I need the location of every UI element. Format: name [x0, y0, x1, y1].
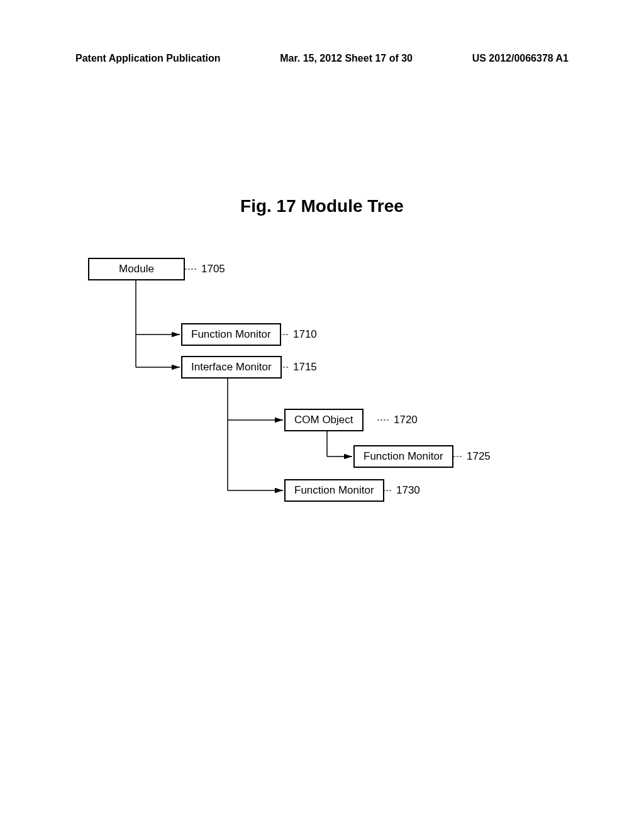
ref-1730: 1730	[396, 484, 420, 497]
ref-1710: 1710	[293, 328, 317, 341]
box-com-object-label: COM Object	[294, 414, 353, 426]
box-function-monitor-2-label: Function Monitor	[364, 450, 443, 462]
page-header: Patent Application Publication Mar. 15, …	[75, 53, 569, 64]
box-interface-monitor-label: Interface Monitor	[191, 361, 272, 373]
box-module-label: Module	[119, 263, 154, 275]
ref-1720: 1720	[394, 414, 418, 426]
ref-1705: 1705	[201, 263, 225, 275]
box-function-monitor-1-label: Function Monitor	[191, 328, 271, 340]
header-center: Mar. 15, 2012 Sheet 17 of 30	[280, 53, 413, 64]
header-left: Patent Application Publication	[75, 53, 221, 64]
box-function-monitor-1: Function Monitor	[181, 323, 281, 346]
box-function-monitor-3-label: Function Monitor	[294, 484, 374, 496]
header-right: US 2012/0066378 A1	[472, 53, 569, 64]
ref-1725: 1725	[467, 450, 491, 463]
box-function-monitor-2: Function Monitor	[353, 445, 453, 468]
box-function-monitor-3: Function Monitor	[284, 479, 384, 502]
box-com-object: COM Object	[284, 409, 364, 431]
figure-title: Fig. 17 Module Tree	[0, 196, 644, 216]
box-module: Module	[88, 258, 185, 280]
box-interface-monitor: Interface Monitor	[181, 356, 282, 379]
module-tree-diagram: Module 1705 Function Monitor 1710 Interf…	[0, 258, 644, 572]
ref-1715: 1715	[293, 361, 317, 374]
